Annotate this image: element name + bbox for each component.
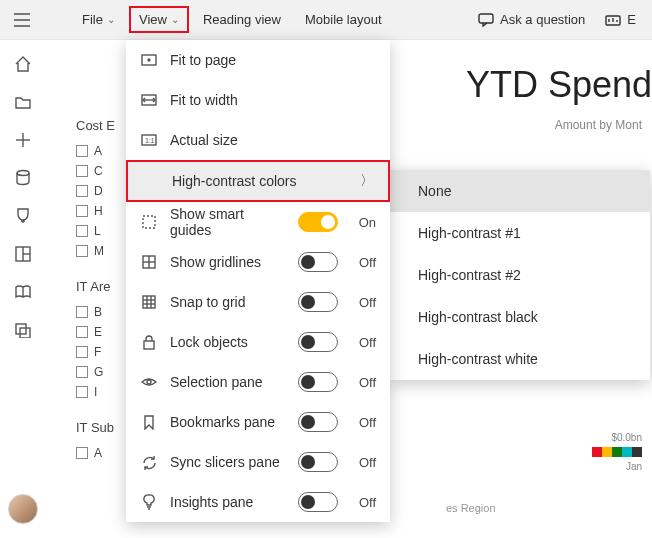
nav-apps-icon[interactable] — [13, 244, 33, 264]
lightbulb-icon — [140, 494, 158, 510]
nav-metrics-icon[interactable] — [13, 206, 33, 226]
top-bar: File ⌄ View ⌄ Reading view Mobile layout… — [0, 0, 652, 40]
ask-question-label: Ask a question — [500, 12, 585, 27]
chevron-down-icon: ⌄ — [171, 14, 179, 25]
hc-option-2[interactable]: High-contrast #2 — [390, 254, 650, 296]
gridlines-label: Show gridlines — [170, 254, 286, 270]
selection-pane-label: Selection pane — [170, 374, 286, 390]
menu-lock-objects[interactable]: Lock objects Off — [126, 322, 390, 362]
sync-slicers-state: Off — [350, 455, 376, 470]
gridlines-toggle[interactable] — [298, 252, 338, 272]
user-avatar[interactable] — [8, 494, 38, 524]
checkbox[interactable] — [76, 205, 88, 217]
legend-swatches — [592, 447, 642, 457]
selection-pane-toggle[interactable] — [298, 372, 338, 392]
report-subtitle: Amount by Mont — [555, 118, 642, 132]
menu-bookmarks-pane[interactable]: Bookmarks pane Off — [126, 402, 390, 442]
menu-sync-slicers[interactable]: Sync slicers pane Off — [126, 442, 390, 482]
checkbox[interactable] — [76, 145, 88, 157]
legend-swatch — [632, 447, 642, 457]
slicer-item-label: M — [94, 244, 104, 258]
menu-file[interactable]: File ⌄ — [72, 6, 125, 33]
legend-swatch — [612, 447, 622, 457]
y-tick-0: $0.0bn — [611, 432, 642, 443]
svg-rect-3 — [479, 14, 493, 23]
menu-fit-to-page[interactable]: Fit to page — [126, 40, 390, 80]
nav-home-icon[interactable] — [13, 54, 33, 74]
checkbox[interactable] — [76, 185, 88, 197]
slicer-item-label: I — [94, 385, 97, 399]
nav-browse-icon[interactable] — [13, 92, 33, 112]
smart-guides-toggle[interactable] — [298, 212, 338, 232]
menu-selection-pane[interactable]: Selection pane Off — [126, 362, 390, 402]
insights-pane-toggle[interactable] — [298, 492, 338, 512]
menu-reading-view[interactable]: Reading view — [193, 6, 291, 33]
hc-2-label: High-contrast #2 — [418, 267, 521, 283]
sync-slicers-label: Sync slicers pane — [170, 454, 286, 470]
snap-grid-state: Off — [350, 295, 376, 310]
region-label: es Region — [446, 502, 496, 514]
gridlines-icon — [140, 255, 158, 269]
checkbox[interactable] — [76, 245, 88, 257]
explore-button[interactable]: E — [597, 6, 644, 33]
checkbox[interactable] — [76, 366, 88, 378]
insights-pane-label: Insights pane — [170, 494, 286, 510]
nav-workspaces-icon[interactable] — [13, 320, 33, 340]
menu-view-label: View — [139, 12, 167, 27]
smart-guides-state: On — [350, 215, 376, 230]
lock-icon — [140, 335, 158, 350]
snap-grid-toggle[interactable] — [298, 292, 338, 312]
bookmarks-pane-label: Bookmarks pane — [170, 414, 286, 430]
hc-option-white[interactable]: High-contrast white — [390, 338, 650, 380]
checkbox[interactable] — [76, 326, 88, 338]
hc-1-label: High-contrast #1 — [418, 225, 521, 241]
slicer-item-label: E — [94, 325, 102, 339]
gridlines-state: Off — [350, 255, 376, 270]
ask-question-button[interactable]: Ask a question — [470, 6, 593, 33]
sync-slicers-toggle[interactable] — [298, 452, 338, 472]
slicer-item-label: A — [94, 446, 102, 460]
svg-rect-14 — [16, 324, 26, 334]
hc-white-label: High-contrast white — [418, 351, 538, 367]
lock-objects-state: Off — [350, 335, 376, 350]
fit-page-label: Fit to page — [170, 52, 376, 68]
bookmarks-pane-toggle[interactable] — [298, 412, 338, 432]
hc-none-label: None — [418, 183, 451, 199]
menu-snap-to-grid[interactable]: Snap to grid Off — [126, 282, 390, 322]
hc-option-none[interactable]: None — [390, 170, 650, 212]
menu-high-contrast[interactable]: High-contrast colors 〉 — [126, 160, 390, 202]
smart-guides-label: Show smart guides — [170, 206, 286, 238]
hamburger-icon[interactable] — [8, 6, 36, 34]
nav-create-icon[interactable] — [13, 130, 33, 150]
menu-fit-to-width[interactable]: Fit to width — [126, 80, 390, 120]
checkbox[interactable] — [76, 165, 88, 177]
menu-view[interactable]: View ⌄ — [129, 6, 189, 33]
nav-learn-icon[interactable] — [13, 282, 33, 302]
menu-insights-pane[interactable]: Insights pane Off — [126, 482, 390, 522]
hc-option-1[interactable]: High-contrast #1 — [390, 212, 650, 254]
bookmarks-pane-state: Off — [350, 415, 376, 430]
menu-smart-guides[interactable]: Show smart guides On — [126, 202, 390, 242]
checkbox[interactable] — [76, 346, 88, 358]
svg-rect-31 — [144, 341, 154, 349]
left-nav-rail — [0, 40, 46, 538]
checkbox[interactable] — [76, 386, 88, 398]
chevron-right-icon: 〉 — [360, 172, 374, 190]
svg-rect-22 — [143, 216, 155, 228]
menu-mobile-layout[interactable]: Mobile layout — [295, 6, 392, 33]
svg-text:1:1: 1:1 — [145, 137, 155, 144]
insights-pane-state: Off — [350, 495, 376, 510]
nav-datasets-icon[interactable] — [13, 168, 33, 188]
slicer-item-label: D — [94, 184, 103, 198]
selection-pane-state: Off — [350, 375, 376, 390]
hc-option-black[interactable]: High-contrast black — [390, 296, 650, 338]
checkbox[interactable] — [76, 225, 88, 237]
actual-size-icon: 1:1 — [140, 134, 158, 146]
menu-actual-size[interactable]: 1:1 Actual size — [126, 120, 390, 160]
mobile-layout-label: Mobile layout — [305, 12, 382, 27]
checkbox[interactable] — [76, 447, 88, 459]
lock-objects-toggle[interactable] — [298, 332, 338, 352]
checkbox[interactable] — [76, 306, 88, 318]
slicer-item-label: H — [94, 204, 103, 218]
menu-gridlines[interactable]: Show gridlines Off — [126, 242, 390, 282]
